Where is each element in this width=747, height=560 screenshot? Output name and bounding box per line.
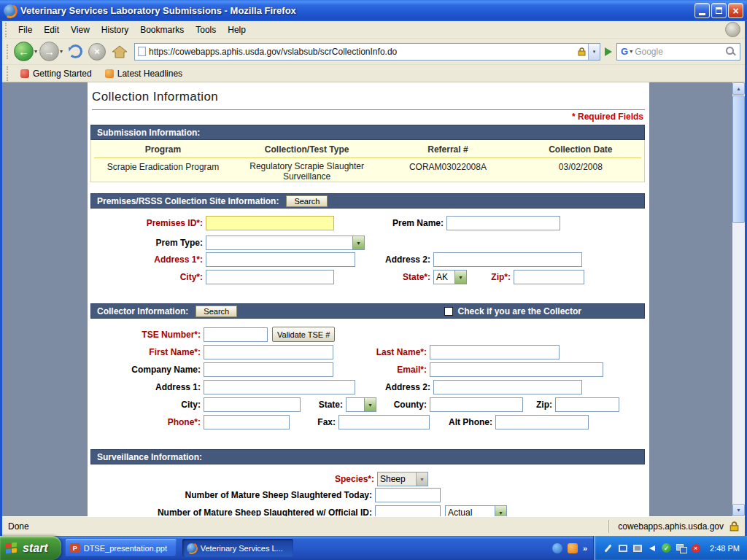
scroll-down-button[interactable]: ▼ [732,504,745,516]
mature-today-input[interactable] [375,488,441,502]
premises-state-select[interactable]: AK ▼ [433,270,467,284]
menu-history[interactable]: History [96,22,134,38]
taskbar-clock[interactable]: 2:48 PM [705,544,740,553]
collector-zip-input[interactable] [555,397,619,412]
minimize-button[interactable] [694,3,710,18]
menu-tools[interactable]: Tools [190,22,222,38]
prem-name-input[interactable] [446,216,560,230]
menu-file[interactable]: File [12,22,38,38]
address-bar[interactable]: ▾ [134,43,600,61]
toolbar-grippy[interactable] [7,44,10,59]
url-dropdown-button[interactable]: ▾ [588,44,600,60]
bookmark-label: Getting Started [33,69,92,79]
close-button[interactable]: × [728,3,743,18]
display-icon[interactable] [617,542,628,553]
email-input[interactable] [430,362,603,377]
collector-state-label: State: [255,397,343,412]
collector-self-check: Check if you are the Collector [444,306,581,316]
firefox-icon [187,543,197,553]
address-lock-icon [578,47,586,56]
update-icon[interactable] [568,543,578,553]
restore-button[interactable] [711,3,727,18]
overflow-chevron-icon[interactable]: » [583,544,587,553]
submission-table-row: Scrapie Eradication Program Regulatory S… [91,162,644,182]
security-shield-icon[interactable]: ✓ [661,542,672,553]
vertical-scrollbar[interactable]: ▲ ▼ [732,82,745,516]
submission-table: Program Collection/Test Type Referral # … [90,140,645,182]
search-box[interactable]: G ▾ [616,43,740,61]
alt-phone-input[interactable] [495,415,589,429]
messenger-icon[interactable] [552,543,562,553]
go-button[interactable] [603,47,616,56]
official-id-type-select[interactable]: Actual ▼ [445,505,507,516]
premises-section-header: Premises/RSSS Collection Site Informatio… [90,193,645,209]
section-title: Submission Information: [97,128,200,138]
chevron-down-icon[interactable]: ▼ [352,236,364,249]
premises-address2-input[interactable] [433,252,582,267]
section-title: Collector Information: [97,306,188,316]
bookmark-latest-headlines[interactable]: Latest Headlines [98,67,189,80]
back-button[interactable]: ← [14,42,34,61]
security-status: cowebapps.aphis.usda.gov [608,520,739,533]
stop-button[interactable]: × [88,43,106,61]
start-button[interactable]: start [0,536,61,560]
mature-today-label: Number of Mature Sheep Slaughtered Today… [88,488,372,502]
home-button[interactable] [112,45,128,58]
first-name-input[interactable] [204,345,333,359]
taskbar-task-powerpoint[interactable]: DTSE_presentation.ppt [66,539,177,557]
premises-city-input[interactable] [206,270,334,284]
search-icon[interactable] [725,46,736,57]
back-history-dropdown-icon[interactable]: ▾ [34,48,37,55]
forward-history-dropdown-icon[interactable]: ▾ [60,48,63,55]
tse-number-input[interactable] [204,327,268,342]
page-icon[interactable] [138,47,146,56]
premises-address1-input[interactable] [206,252,355,267]
reload-button[interactable] [69,44,82,58]
forward-button[interactable]: → [39,42,59,61]
scrollbar-thumb[interactable] [732,96,745,223]
bookmark-getting-started[interactable]: Getting Started [14,67,98,80]
search-engine-icon[interactable]: G [619,46,629,57]
premises-search-button[interactable]: Search [286,195,328,207]
company-name-input[interactable] [204,362,333,377]
mature-official-input[interactable] [375,505,441,516]
fax-label: Fax: [277,415,336,429]
menu-help[interactable]: Help [222,22,252,38]
toolbar-grippy[interactable] [5,23,9,37]
menu-bar: File Edit View History Bookmarks Tools H… [2,21,745,39]
premises-id-input[interactable] [206,216,334,230]
restore-icon [716,7,722,14]
collector-address2-input[interactable] [433,380,582,394]
menu-edit[interactable]: Edit [38,22,65,38]
network-icon[interactable] [676,542,686,553]
web-search-input[interactable] [635,47,723,57]
chevron-down-icon[interactable]: ▼ [364,398,376,411]
collector-search-button[interactable]: Search [196,306,237,317]
volume-icon[interactable] [646,542,657,553]
premises-zip-input[interactable] [514,270,584,284]
url-input[interactable] [149,47,576,57]
alert-icon[interactable]: × [690,542,701,553]
menu-view[interactable]: View [65,22,96,38]
toolbar-grippy[interactable] [7,66,10,81]
scroll-up-button[interactable]: ▲ [732,82,745,95]
collector-address1-input[interactable] [204,380,355,394]
chevron-down-icon[interactable]: ▼ [454,271,466,284]
search-engine-dropdown-icon[interactable]: ▾ [630,48,632,55]
menu-bookmarks[interactable]: Bookmarks [134,22,190,38]
chevron-down-icon: ▼ [416,472,427,486]
collector-state-select[interactable]: ▼ [346,397,376,412]
device-icon[interactable] [632,542,643,553]
taskbar-task-firefox[interactable]: Veterinary Services L... [182,539,293,557]
getting-started-icon [20,69,29,78]
first-name-label: First Name*: [88,345,201,359]
status-domain: cowebapps.aphis.usda.gov [618,521,724,532]
pen-icon[interactable] [603,542,614,553]
validate-tse-button[interactable]: Validate TSE # [272,327,335,342]
minimize-icon [699,13,705,15]
prem-type-select[interactable]: ▼ [206,236,365,250]
collector-self-checkbox[interactable] [444,307,453,316]
chevron-down-icon[interactable]: ▼ [495,506,506,516]
last-name-input[interactable] [430,345,560,359]
fax-input[interactable] [338,415,430,429]
